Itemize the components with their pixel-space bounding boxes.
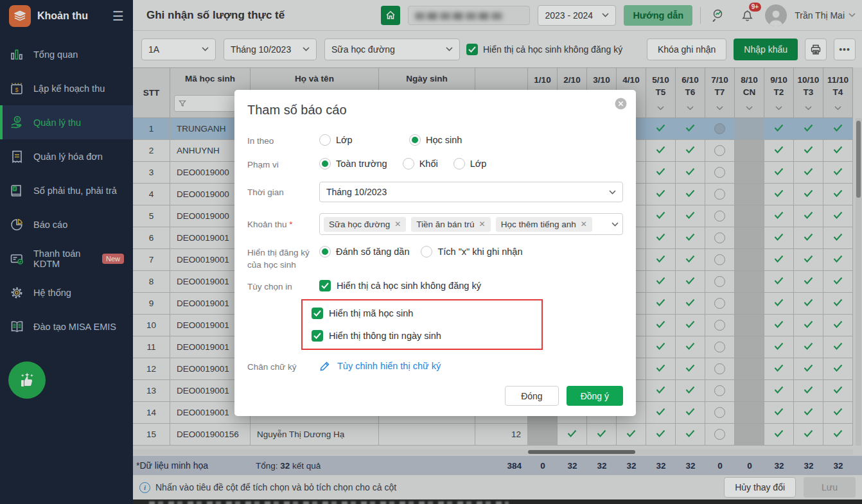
modal-close-button[interactable]: Đóng [505, 386, 558, 406]
field-label-pham-vi: Phạm vi [247, 158, 319, 171]
field-label-thoi-gian: Thời gian [247, 182, 319, 198]
fee-tag: Sữa học đường✕ [324, 217, 406, 232]
highlighted-option-0[interactable]: Hiển thị mã học sinh [312, 308, 532, 319]
checkbox-checked-icon [312, 330, 323, 342]
time-period-value: Tháng 10/2023 [326, 187, 387, 197]
display-mode-option-0[interactable]: Đánh số tăng dần [319, 246, 409, 257]
pencil-icon [319, 360, 331, 372]
time-period-select[interactable]: Tháng 10/2023 [319, 182, 623, 202]
checkbox-checked-icon [312, 308, 323, 319]
app-screen: Khoản thu ☰ Tổng quan$ Lập kế hoạch thu$… [0, 0, 862, 504]
radio-checked-icon [409, 134, 421, 146]
field-label-tuy-chon-in: Tùy chọn in [247, 280, 319, 293]
field-label-in-theo: In theo [247, 134, 319, 147]
print-by-option-1[interactable]: Học sinh [409, 134, 499, 146]
radio-checked-icon [319, 158, 331, 169]
report-parameters-modal: Tham số báo cáo In theo Lớp Học sinh Phạ… [234, 90, 636, 416]
modal-title: Tham số báo cáo [247, 103, 623, 117]
radio-unchecked-icon [453, 158, 465, 169]
print-by-option-0[interactable]: Lớp [319, 134, 409, 146]
close-icon[interactable] [615, 98, 627, 112]
radio-unchecked-icon [319, 134, 331, 146]
scope-option-1[interactable]: Khối [403, 158, 438, 169]
scope-option-0[interactable]: Toàn trường [319, 158, 387, 169]
fee-multiselect[interactable]: Sữa học đường✕Tiền ăn bán trú✕Học thêm t… [319, 213, 623, 235]
option-show-unregistered[interactable]: Hiển thị cả học sinh không đăng ký [319, 280, 481, 291]
chevron-down-icon [609, 190, 616, 195]
radio-unchecked-icon [421, 246, 432, 257]
checkbox-checked-icon [319, 280, 331, 291]
modal-ok-button[interactable]: Đồng ý [567, 386, 623, 406]
remove-tag-icon[interactable]: ✕ [479, 220, 486, 229]
chevron-down-icon [611, 222, 619, 227]
radio-checked-icon [319, 246, 331, 257]
fee-tag: Tiền ăn bán trú✕ [411, 217, 490, 232]
remove-tag-icon[interactable]: ✕ [581, 220, 587, 229]
field-label-khoan-thu: Khoản thu * [247, 213, 319, 230]
fee-tag: Học thêm tiếng anh✕ [496, 217, 592, 232]
signature-customize-link[interactable]: Tùy chỉnh hiển thị chữ ký [319, 360, 441, 372]
remove-tag-icon[interactable]: ✕ [394, 220, 401, 229]
radio-unchecked-icon [403, 158, 414, 169]
field-label-hien-thi-dang-ky: Hiển thị đăng ký của học sinh [247, 246, 319, 270]
field-label-chan-chu-ky: Chân chữ ký [247, 360, 319, 373]
annotation-highlight-box: Hiển thị mã học sinh Hiển thị thông tin … [301, 299, 543, 350]
scope-option-2[interactable]: Lớp [453, 158, 487, 169]
highlighted-option-1[interactable]: Hiển thị thông tin ngày sinh [312, 330, 532, 342]
display-mode-option-1[interactable]: Tích "x" khi ghi nhận [421, 246, 522, 257]
